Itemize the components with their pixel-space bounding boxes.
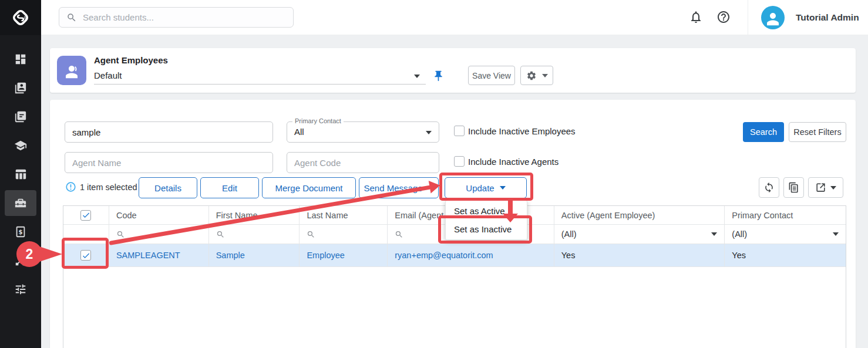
include-inactive-agents-checkbox[interactable]	[454, 156, 465, 167]
filter-active-value: (All)	[561, 229, 577, 239]
copy-columns-icon	[788, 182, 799, 193]
chevron-down-icon	[426, 131, 432, 134]
column-chooser-button[interactable]	[783, 177, 804, 198]
select-all-checkbox[interactable]	[80, 210, 91, 221]
search-button[interactable]: Search	[743, 122, 784, 142]
user-avatar[interactable]	[761, 6, 785, 29]
sidebar-item-tables[interactable]	[0, 160, 41, 188]
select-all-cell	[63, 206, 109, 224]
help-icon	[716, 10, 731, 24]
agent-code-input[interactable]	[287, 152, 439, 173]
search-students-input[interactable]	[83, 12, 286, 22]
details-button[interactable]: Details	[139, 177, 197, 198]
view-selector[interactable]: Default	[94, 68, 426, 85]
global-search-box[interactable]	[59, 7, 294, 28]
help-button[interactable]	[716, 10, 731, 25]
search-icon	[216, 230, 225, 239]
table-row[interactable]: SAMPLEAGENT Sample Employee ryan+emp@equ…	[63, 244, 846, 266]
sidebar-item-dashboard[interactable]	[0, 45, 41, 73]
primary-contact-label: Primary Contact	[292, 117, 344, 124]
chevron-down-icon	[542, 74, 548, 77]
sidebar-item-contacts[interactable]	[0, 73, 41, 102]
table-layout-icon	[5, 161, 36, 187]
user-name[interactable]: Tutorial Admin	[796, 0, 859, 35]
table-empty-area	[63, 266, 846, 348]
cell-last-name[interactable]: Employee	[300, 244, 388, 266]
cell-code[interactable]: SAMPLEAGENT	[109, 244, 209, 266]
column-header-code[interactable]: Code	[109, 206, 209, 224]
contact-cards-icon	[5, 75, 36, 101]
chevron-down-icon	[711, 232, 717, 236]
view-selector-value: Default	[94, 70, 122, 80]
sidebar-item-billing[interactable]: $	[0, 217, 41, 246]
page-header-card: Agent Employees Default Save View	[50, 48, 856, 93]
sidebar: $	[0, 0, 41, 348]
search-icon	[66, 12, 77, 23]
topbar-divider	[748, 0, 748, 35]
sidebar-item-education[interactable]	[0, 131, 41, 160]
column-header-active[interactable]: Active (Agent Employee)	[554, 206, 725, 224]
bell-icon	[689, 10, 703, 24]
annotation-box-row-checkbox	[62, 238, 109, 269]
cell-active: Yes	[554, 244, 725, 266]
view-settings-button[interactable]	[520, 66, 553, 85]
refresh-icon	[763, 182, 775, 193]
merge-document-button[interactable]: Merge Document	[262, 177, 356, 198]
export-icon	[815, 182, 826, 193]
reset-filters-button[interactable]: Reset Filters	[789, 122, 846, 142]
chevron-down-icon	[830, 186, 836, 190]
sidebar-item-settings[interactable]	[0, 275, 41, 303]
annotation-box-set-as-inactive	[438, 215, 532, 244]
search-icon	[307, 230, 315, 239]
annotation-arrow-to-inactive-line	[508, 199, 513, 215]
page-title: Agent Employees	[94, 55, 168, 65]
selection-info-icon	[65, 181, 76, 192]
pin-icon	[432, 70, 445, 82]
documents-icon	[5, 104, 36, 130]
agent-name-input[interactable]	[65, 152, 273, 173]
app-root: $ Tutorial Admin Agent Employees	[0, 0, 868, 348]
pin-view-button[interactable]	[432, 70, 445, 84]
column-header-primary-contact[interactable]: Primary Contact	[725, 206, 846, 224]
chevron-down-icon	[414, 75, 420, 78]
selection-status: 1 item selected	[80, 183, 137, 192]
person-icon	[764, 10, 782, 28]
chevron-down-icon	[833, 232, 839, 236]
topbar: Tutorial Admin	[41, 0, 868, 35]
app-logo[interactable]	[0, 0, 41, 35]
gear-icon	[526, 70, 537, 81]
briefcase-icon	[5, 190, 36, 216]
sidebar-item-agents[interactable]	[0, 188, 41, 217]
graduation-cap-icon	[5, 133, 36, 158]
logo-icon	[11, 8, 31, 28]
sliders-icon	[5, 276, 36, 302]
annotation-box-update	[439, 173, 533, 201]
svg-text:$: $	[18, 228, 22, 235]
filter-primary-value: (All)	[732, 229, 747, 239]
agent-employees-icon	[57, 56, 86, 85]
filter-first-name[interactable]	[209, 225, 300, 244]
include-inactive-agents-label: Include Inactive Agents	[468, 157, 559, 167]
filter-last-name[interactable]	[300, 225, 388, 244]
filter-active-select[interactable]: (All)	[554, 225, 725, 244]
primary-contact-value: All	[294, 127, 304, 137]
keyword-input[interactable]	[65, 121, 273, 143]
invoice-dollar-icon: $	[5, 219, 36, 245]
cell-primary-contact: Yes	[725, 244, 846, 266]
primary-contact-select[interactable]: Primary Contact All	[287, 121, 439, 143]
edit-button[interactable]: Edit	[200, 177, 259, 198]
filter-primary-contact-select[interactable]: (All)	[725, 225, 846, 244]
include-inactive-employees-label: Include Inactive Employees	[468, 126, 576, 136]
search-icon	[116, 230, 125, 239]
include-inactive-employees-checkbox[interactable]	[454, 126, 465, 136]
cell-email[interactable]: ryan+emp@equatorit.com	[388, 244, 554, 266]
export-button[interactable]	[808, 177, 843, 198]
save-view-button[interactable]: Save View	[468, 66, 515, 85]
annotation-step-badge: 2	[16, 241, 42, 267]
dashboard-icon	[5, 46, 36, 72]
search-icon	[395, 230, 403, 239]
refresh-button[interactable]	[759, 177, 779, 198]
notifications-bell-button[interactable]	[688, 10, 704, 25]
cell-first-name[interactable]: Sample	[209, 244, 300, 266]
sidebar-item-documents[interactable]	[0, 102, 41, 131]
